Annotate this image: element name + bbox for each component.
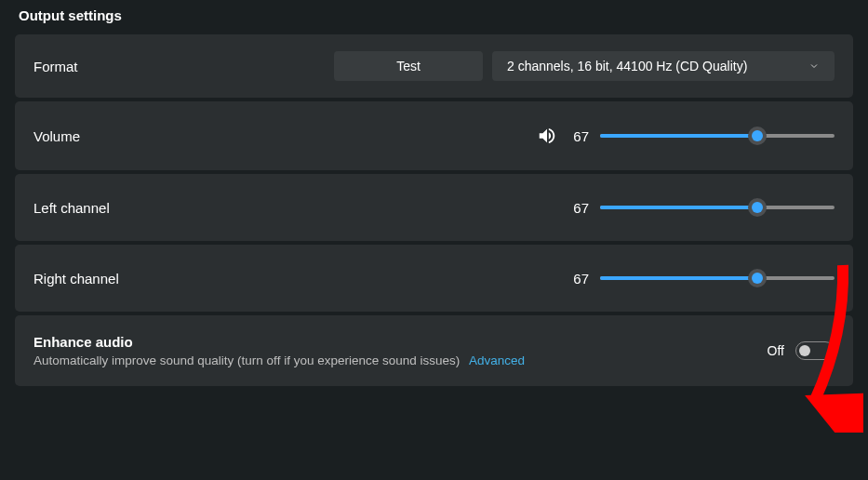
slider-fill (600, 206, 757, 209)
right-channel-value: 67 (568, 271, 589, 287)
left-channel-row: Left channel 67 (15, 174, 853, 241)
slider-fill (600, 134, 757, 138)
volume-value: 67 (568, 128, 589, 144)
slider-thumb[interactable] (748, 269, 767, 287)
format-row: Format Test 2 channels, 16 bit, 44100 Hz… (15, 34, 853, 98)
enhance-toggle-label: Off (768, 343, 784, 358)
right-channel-label: Right channel (33, 271, 119, 287)
slider-fill (600, 276, 757, 280)
left-channel-value: 67 (568, 200, 589, 216)
enhance-audio-row: Enhance audio Automatically improve soun… (15, 315, 853, 386)
slider-thumb[interactable] (748, 198, 767, 217)
speaker-icon[interactable] (537, 126, 557, 146)
right-channel-slider[interactable] (600, 269, 835, 287)
format-select-value: 2 channels, 16 bit, 44100 Hz (CD Quality… (507, 59, 747, 73)
test-button[interactable]: Test (334, 51, 483, 81)
volume-label: Volume (33, 128, 80, 144)
right-channel-row: Right channel 67 (15, 245, 853, 312)
enhance-toggle[interactable] (795, 341, 835, 360)
left-channel-slider[interactable] (600, 198, 835, 217)
enhance-audio-subtitle: Automatically improve sound quality (tur… (33, 353, 525, 367)
enhance-audio-title: Enhance audio (33, 334, 525, 350)
section-title: Output settings (15, 6, 853, 34)
volume-row: Volume 67 (15, 101, 853, 170)
chevron-down-icon (808, 60, 820, 72)
format-label: Format (33, 59, 78, 74)
volume-slider[interactable] (600, 127, 835, 145)
left-channel-label: Left channel (33, 200, 110, 216)
format-select[interactable]: 2 channels, 16 bit, 44100 Hz (CD Quality… (492, 51, 835, 81)
slider-thumb[interactable] (748, 127, 767, 145)
advanced-link[interactable]: Advanced (469, 353, 525, 367)
toggle-knob (799, 345, 810, 356)
